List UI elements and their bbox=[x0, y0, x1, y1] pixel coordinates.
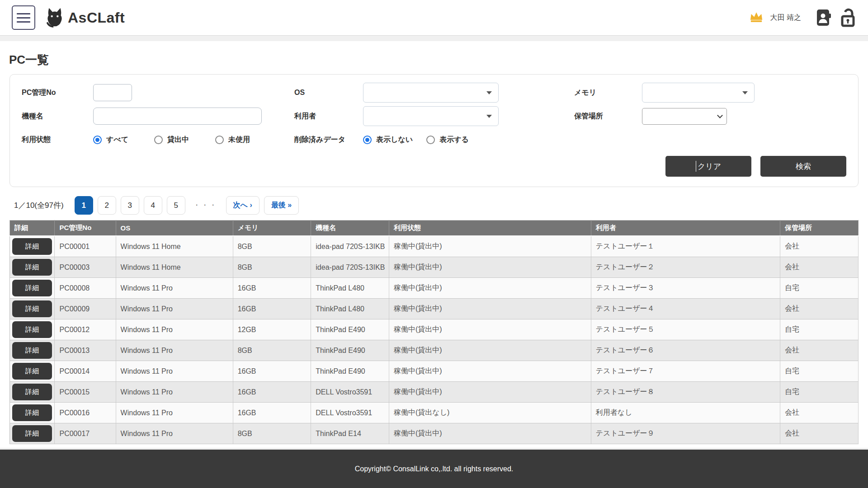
table-cell: ThinkPad L480 bbox=[311, 299, 389, 319]
next-page-button[interactable]: 次へ › bbox=[226, 196, 259, 215]
page-button-5[interactable]: 5 bbox=[167, 196, 185, 215]
table-cell: 会社 bbox=[780, 236, 859, 257]
header-right: 大田 靖之 bbox=[750, 8, 856, 28]
table-row: 詳細PC00016Windows 11 Pro16GBDELL Vostro35… bbox=[10, 403, 859, 423]
table-cell: 会社 bbox=[780, 299, 859, 319]
table-cell: Windows 11 Pro bbox=[116, 382, 233, 403]
column-header: 利用者 bbox=[591, 221, 780, 236]
table-cell: テストユーザー５ bbox=[591, 319, 780, 340]
panel-actions: クリア 検索 bbox=[22, 156, 846, 177]
table-cell: idea-pad 720S-13IKB bbox=[311, 236, 389, 257]
table-cell: 稼働中(貸出なし) bbox=[389, 403, 591, 423]
form-row-1: PC管理No OS メモリ bbox=[22, 83, 846, 103]
table-header: 詳細PC管理NoOSメモリ機種名利用状態利用者保管場所 bbox=[10, 221, 859, 236]
app-footer: Copyright© ConsalLink co,.ltd. all right… bbox=[0, 450, 868, 488]
table-cell: PC00017 bbox=[55, 423, 116, 444]
table-cell: DELL Vostro3591 bbox=[311, 382, 389, 403]
table-cell: PC00003 bbox=[55, 257, 116, 278]
table-cell: 自宅 bbox=[780, 278, 859, 299]
table-cell: Windows 11 Home bbox=[116, 257, 233, 278]
table-cell: DELL Vostro3591 bbox=[311, 403, 389, 423]
radio-usage-all[interactable]: すべて bbox=[93, 135, 154, 145]
page-button-2[interactable]: 2 bbox=[98, 196, 116, 215]
search-button[interactable]: 検索 bbox=[760, 156, 846, 177]
detail-button[interactable]: 詳細 bbox=[12, 384, 52, 400]
table-cell: 稼働中(貸出中) bbox=[389, 340, 591, 361]
detail-button[interactable]: 詳細 bbox=[12, 259, 52, 276]
table-row: 詳細PC00013Windows 11 Pro8GBThinkPad E490稼… bbox=[10, 340, 859, 361]
table-cell: 稼働中(貸出中) bbox=[389, 361, 591, 382]
table-cell: 16GB bbox=[233, 382, 311, 403]
model-input[interactable] bbox=[93, 108, 262, 125]
radio-usage-lent[interactable]: 貸出中 bbox=[154, 135, 215, 145]
table-cell: 16GB bbox=[233, 403, 311, 423]
page: AsCLaft 大田 靖之 bbox=[0, 0, 868, 488]
radio-deleted-hide[interactable]: 表示しない bbox=[363, 135, 413, 145]
radio-deleted-show[interactable]: 表示する bbox=[426, 135, 469, 145]
usage-label: 利用状態 bbox=[22, 135, 93, 145]
radio-usage-unused[interactable]: 未使用 bbox=[215, 135, 276, 145]
detail-button[interactable]: 詳細 bbox=[12, 280, 52, 296]
dropdown-arrow-icon bbox=[742, 91, 748, 94]
radio-icon bbox=[154, 136, 163, 144]
contact-card-icon[interactable] bbox=[816, 8, 832, 27]
app-logo[interactable]: AsCLaft bbox=[42, 5, 125, 31]
column-header: PC管理No bbox=[55, 221, 116, 236]
page-button-3[interactable]: 3 bbox=[121, 196, 139, 215]
hamburger-menu-button[interactable] bbox=[12, 5, 35, 30]
pagination-ellipsis: ・・・ bbox=[193, 201, 218, 210]
clear-button[interactable]: クリア bbox=[665, 156, 751, 177]
detail-button[interactable]: 詳細 bbox=[12, 363, 52, 380]
column-header: 詳細 bbox=[10, 221, 55, 236]
table-cell: Windows 11 Pro bbox=[116, 361, 233, 382]
pc-no-input[interactable] bbox=[93, 84, 132, 101]
page-button-1[interactable]: 1 bbox=[75, 196, 93, 215]
detail-button[interactable]: 詳細 bbox=[12, 342, 52, 359]
page-button-4[interactable]: 4 bbox=[144, 196, 162, 215]
table-cell: 稼働中(貸出中) bbox=[389, 382, 591, 403]
storage-select-wrap bbox=[642, 108, 727, 125]
table-cell: 会社 bbox=[780, 423, 859, 444]
detail-button[interactable]: 詳細 bbox=[12, 238, 52, 255]
table-cell: PC00009 bbox=[55, 299, 116, 319]
model-label: 機種名 bbox=[22, 112, 93, 121]
table-row: 詳細PC00003Windows 11 Home8GBidea-pad 720S… bbox=[10, 257, 859, 278]
table-cell: 自宅 bbox=[780, 382, 859, 403]
os-dropdown[interactable] bbox=[363, 83, 499, 103]
logo-text: AsCLaft bbox=[68, 9, 125, 26]
table-row: 詳細PC00017Windows 11 Pro8GBThinkPad E14稼働… bbox=[10, 423, 859, 444]
table-cell: テストユーザー４ bbox=[591, 299, 780, 319]
field-model: 機種名 bbox=[22, 108, 294, 125]
table-cell: 16GB bbox=[233, 299, 311, 319]
cat-logo-icon bbox=[42, 5, 67, 31]
column-header: 機種名 bbox=[311, 221, 389, 236]
table-cell: Windows 11 Home bbox=[116, 236, 233, 257]
memory-dropdown[interactable] bbox=[642, 83, 755, 103]
table-cell: Windows 11 Pro bbox=[116, 403, 233, 423]
table-cell: Windows 11 Pro bbox=[116, 278, 233, 299]
table-cell: ThinkPad E490 bbox=[311, 361, 389, 382]
detail-button[interactable]: 詳細 bbox=[12, 321, 52, 338]
table-cell: テストユーザー９ bbox=[591, 423, 780, 444]
user-dropdown[interactable] bbox=[363, 106, 499, 126]
table-cell: 8GB bbox=[233, 340, 311, 361]
table-row: 詳細PC00014Windows 11 Pro16GBThinkPad E490… bbox=[10, 361, 859, 382]
detail-button[interactable]: 詳細 bbox=[12, 300, 52, 317]
detail-button[interactable]: 詳細 bbox=[12, 404, 52, 421]
search-panel: PC管理No OS メモリ 機種名 bbox=[9, 74, 859, 187]
memory-label: メモリ bbox=[574, 88, 642, 98]
page-title: PC一覧 bbox=[0, 41, 868, 73]
table-cell: 利用者なし bbox=[591, 403, 780, 423]
last-page-button[interactable]: 最後 » bbox=[264, 196, 299, 215]
hamburger-icon bbox=[17, 13, 30, 14]
table-cell: PC00014 bbox=[55, 361, 116, 382]
pagination-info: 1／10(全97件) bbox=[14, 200, 64, 211]
unlock-padlock-icon[interactable] bbox=[839, 8, 856, 28]
table-cell: PC00013 bbox=[55, 340, 116, 361]
detail-button[interactable]: 詳細 bbox=[12, 425, 52, 442]
radio-icon bbox=[215, 136, 224, 144]
table-cell: 稼働中(貸出中) bbox=[389, 236, 591, 257]
crown-icon bbox=[750, 11, 763, 24]
storage-select[interactable] bbox=[642, 108, 727, 125]
app-header: AsCLaft 大田 靖之 bbox=[0, 0, 868, 36]
